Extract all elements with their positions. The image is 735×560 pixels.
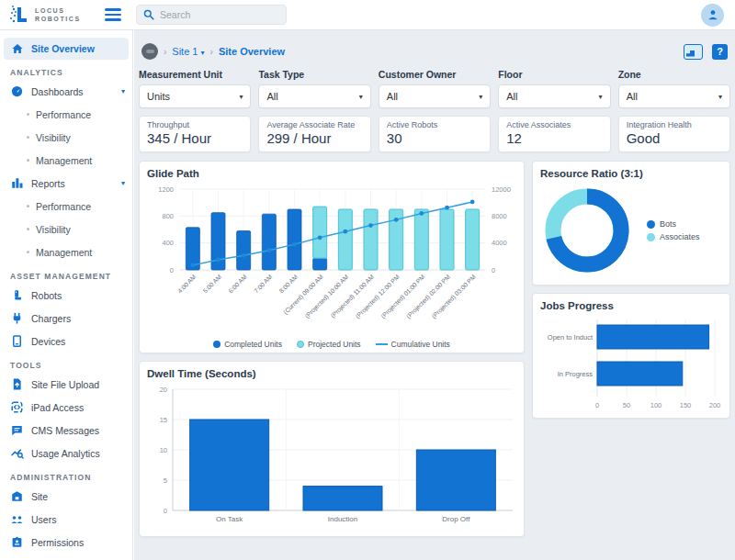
legend-label: Bots (660, 219, 676, 229)
filter-select-task-type[interactable]: All▾ (258, 84, 370, 108)
cumulative-point (190, 263, 195, 267)
projected-bar (338, 209, 352, 270)
user-icon (707, 8, 719, 21)
filter-value: All (387, 91, 398, 102)
x-axis-label: 5:00 AM (202, 274, 223, 295)
sidebar-item-permissions[interactable]: Permissions (0, 531, 132, 554)
sidebar-item-label: Users (31, 514, 56, 525)
sidebar-item-site-file-upload[interactable]: Site File Upload (0, 373, 132, 396)
sidebar-subitem-reports-management[interactable]: Management (0, 241, 132, 263)
sidebar-item-site[interactable]: Site (0, 485, 132, 508)
kpi-card-integration-health: Integration HealthGood (618, 116, 730, 152)
sidebar-item-chargers[interactable]: Chargers (0, 307, 132, 330)
legend-label: Associates (660, 232, 700, 241)
x-axis-label: (Projected) 02:00 PM (405, 274, 452, 320)
nav-section-title: ANALYTICS (10, 68, 132, 77)
sidebar-item-usage-analytics[interactable]: Usage Analytics (0, 442, 132, 465)
chevron-down-icon: ▾ (479, 93, 482, 101)
filter-select-measurement-unit[interactable]: Units▾ (139, 84, 251, 108)
y-axis-tick: 10 (160, 446, 167, 454)
sidebar-item-devices[interactable]: Devices (0, 330, 132, 353)
x-category-label: On Task (216, 515, 243, 523)
menu-toggle-icon[interactable] (105, 8, 121, 21)
sidebar-item-ipad-access[interactable]: iPad Access (0, 396, 132, 419)
sidebar-item-label: Reports (31, 178, 65, 189)
legend-item-associates[interactable]: Associates (647, 232, 700, 241)
x-axis-label: (Projected) 12:00 PM (355, 274, 401, 320)
x-axis-label: (Projected) 10:00 AM (303, 274, 350, 320)
legend-item-cumulative-units[interactable]: Cumulative Units (376, 340, 450, 349)
charts-area: Glide Path 04008001200040008000120004:00… (139, 161, 730, 537)
cast-screen-icon[interactable] (684, 44, 703, 60)
bar-chart-icon (10, 176, 24, 190)
chevron-down-icon: ▾ (121, 179, 125, 187)
bullet-icon (27, 159, 29, 162)
sidebar-subitem-label: Performance (36, 201, 91, 212)
search-input[interactable] (160, 9, 270, 20)
left-axis-tick: 1200 (158, 185, 174, 194)
sidebar-item-dashboards[interactable]: Dashboards▾ (0, 80, 132, 103)
help-icon[interactable]: ? (712, 44, 728, 60)
legend-dot-swatch (647, 220, 655, 229)
chat-icon (10, 423, 24, 437)
sidebar-item-label: Dashboards (31, 86, 84, 97)
breadcrumb-current-page: Site Overview (219, 46, 285, 57)
kpi-row: Throughput345 / HourAverage Associate Ra… (139, 116, 730, 152)
nav-section-title: ADMINISTRATION (10, 473, 132, 482)
nav-section-title: TOOLS (10, 361, 132, 370)
chevron-down-icon: ▾ (359, 93, 363, 101)
x-axis-label: (Projected) 11:00 AM (329, 274, 376, 320)
sidebar-item-robots[interactable]: Robots (0, 284, 132, 307)
kpi-card-average-associate-rate: Average Associate Rate299 / Hour (258, 116, 370, 152)
sidebar-item-label: Site Overview (31, 43, 95, 54)
filter-zone: ZoneAll▾ (618, 69, 730, 108)
sidebar-subitem-reports-performance[interactable]: Performance (0, 195, 132, 218)
jobs-bar (597, 325, 709, 349)
kpi-label: Throughput (147, 120, 243, 129)
locus-logo-icon (9, 4, 29, 26)
sidebar-subitem-dashboards-management[interactable]: Management (0, 149, 132, 172)
sidebar-subitem-reports-visibility[interactable]: Visibility (0, 218, 132, 241)
user-avatar[interactable] (701, 4, 724, 27)
breadcrumb-site-dropdown[interactable]: Site 1 ▾ (172, 46, 204, 57)
filter-label: Floor (498, 69, 610, 82)
sidebar-subitem-label: Performance (36, 109, 91, 120)
filter-select-customer-owner[interactable]: All▾ (379, 84, 491, 108)
y-axis-tick: 0 (164, 507, 167, 515)
filter-label: Task Type (258, 69, 370, 82)
glide-path-title: Glide Path (147, 168, 516, 182)
filter-label: Zone (618, 69, 730, 82)
sidebar-item-users[interactable]: Users (0, 508, 132, 531)
legend-item-completed-units[interactable]: Completed Units (213, 340, 282, 349)
dwell-time-title: Dwell Time (Seconds) (147, 368, 516, 382)
sidebar-item-label: Robots (31, 290, 62, 301)
site-badge-icon[interactable] (141, 43, 158, 60)
filter-value: All (266, 91, 277, 102)
filter-floor: FloorAll▾ (498, 69, 610, 108)
plug-icon (10, 311, 24, 325)
sidebar-nav: Site Overview ANALYTICSDashboards▾Perfor… (0, 30, 133, 560)
filter-select-floor[interactable]: All▾ (498, 84, 610, 108)
kpi-value: 30 (387, 130, 482, 146)
sidebar-item-site-overview[interactable]: Site Overview (4, 38, 129, 60)
chevron-down-icon: ▾ (121, 87, 125, 95)
sidebar-subitem-dashboards-visibility[interactable]: Visibility (0, 126, 132, 149)
sidebar-item-label: CMS Messages (31, 425, 99, 436)
projected-bar (313, 207, 327, 258)
filters-row: Measurement UnitUnits▾Task TypeAll▾Custo… (139, 69, 730, 108)
right-axis-tick: 4000 (492, 239, 507, 247)
sidebar-item-label: Permissions (31, 537, 84, 548)
legend-item-bots[interactable]: Bots (647, 219, 700, 229)
sidebar-item-cms-messages[interactable]: CMS Messages (0, 419, 132, 442)
cumulative-point (292, 242, 297, 247)
jobs-progress-title: Jobs Progress (540, 300, 722, 314)
legend-item-projected-units[interactable]: Projected Units (297, 340, 361, 349)
sidebar-subitem-dashboards-performance[interactable]: Performance (0, 103, 132, 126)
filter-select-zone[interactable]: All▾ (618, 84, 730, 108)
kpi-label: Active Robots (387, 120, 482, 129)
search-box[interactable] (136, 5, 287, 25)
cumulative-point (445, 206, 449, 210)
cumulative-point (266, 248, 271, 252)
cumulative-point (216, 258, 220, 263)
sidebar-item-reports[interactable]: Reports▾ (0, 172, 132, 195)
